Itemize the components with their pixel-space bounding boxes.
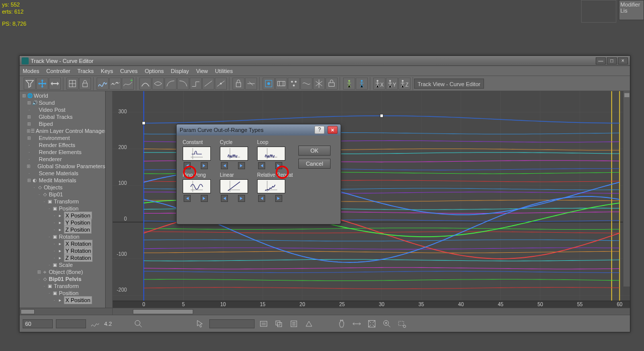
tree-item[interactable]: ·▣Scale [20, 261, 105, 268]
hide-curves-button[interactable] [326, 78, 338, 90]
track-tree[interactable]: ⊞🌐World⊞🔊Sound·Video Post⊞Global Tracks⊞… [20, 91, 105, 305]
tree-item[interactable]: ·Render Elements [20, 149, 105, 156]
menu-display[interactable]: Display [171, 68, 189, 74]
expand-icon[interactable]: ⊞ [27, 120, 32, 127]
add-keys-button[interactable]: + [122, 78, 134, 90]
tree-item[interactable]: ·▸Y Rotation [20, 247, 105, 254]
dialog-help-button[interactable]: ? [314, 126, 325, 134]
tree-item[interactable]: ·◇Bip01 [20, 191, 105, 198]
maximize-button[interactable]: □ [607, 57, 617, 64]
modifier-list-panel[interactable]: Modifier Lis [619, 0, 644, 20]
tree-item[interactable]: ·Video Post [20, 106, 105, 113]
tree-item[interactable]: ·▸X Position [20, 297, 105, 304]
dialog-close-button[interactable]: × [328, 126, 338, 134]
tree-item[interactable]: ⊞Biped [20, 120, 105, 127]
show-tangents-button[interactable] [245, 78, 257, 90]
tree-item[interactable]: ·▸X Rotation [20, 240, 105, 247]
menu-controller[interactable]: Controller [46, 68, 70, 74]
menu-keys[interactable]: Keys [101, 68, 113, 74]
tree-vscrollbar[interactable] [105, 91, 112, 308]
tangent-auto-button[interactable] [139, 78, 151, 90]
biped-select-button[interactable] [343, 78, 355, 90]
ort-preview[interactable] [257, 147, 285, 161]
ort-out-button[interactable] [275, 195, 282, 202]
tree-item[interactable]: ⊞🔊Sound [20, 99, 105, 106]
expand-icon[interactable]: ⊞ [27, 99, 32, 106]
ort-out-button[interactable] [238, 162, 245, 169]
filter-z-button[interactable]: Z [398, 78, 411, 90]
tree-item[interactable]: ·▸Y Position [20, 219, 105, 226]
tree-item[interactable]: ⊞◐Medit Materials [20, 177, 105, 184]
reduce-keys-button[interactable] [109, 78, 121, 90]
expand-icon[interactable]: ⊞ [27, 163, 31, 170]
snap-frames-button[interactable] [66, 78, 78, 90]
tree-item[interactable]: ·◇Bip01 Pelvis [20, 275, 105, 283]
tree-item[interactable]: ⊞☰Anim Layer Control Manager [20, 127, 105, 134]
zoom-region-icon-2[interactable] [396, 318, 408, 330]
x-axis-ruler[interactable]: 051015202530354045505560 [113, 301, 630, 308]
tree-item[interactable]: ⊞⟡Object (Bone) [20, 268, 105, 275]
ort-in-button[interactable] [184, 195, 191, 202]
tree-item[interactable]: ⊞Global Tracks [20, 113, 105, 120]
properties-icon[interactable] [288, 318, 300, 330]
cancel-button[interactable]: Cancel [298, 159, 331, 169]
track-view-pick-icon[interactable] [303, 318, 315, 330]
tree-item[interactable]: ·Render Effects [20, 142, 105, 149]
tree-item[interactable]: ⊞Environment [20, 134, 105, 142]
tree-item[interactable]: ·◇Objects [20, 184, 105, 191]
selection-mode-icon[interactable] [194, 318, 206, 330]
filter-button[interactable] [24, 78, 36, 90]
isolate-curve-button[interactable] [300, 78, 312, 90]
move-keys-button[interactable] [36, 78, 48, 90]
zoom-horiz-icon[interactable] [351, 318, 363, 330]
tree-item[interactable]: ·▣Position [20, 290, 105, 297]
tree-item[interactable]: ·▸X Position [20, 212, 105, 219]
menu-options[interactable]: Options [145, 68, 164, 74]
slide-keys-button[interactable] [49, 78, 61, 90]
ort-out-button[interactable] [238, 195, 245, 202]
ort-preview[interactable] [220, 179, 248, 193]
tangent-smooth-button[interactable] [152, 78, 164, 90]
menu-utilities[interactable]: Utilities [215, 68, 232, 74]
track-view-titlebar[interactable]: Track View - Curve Editor — □ × [20, 56, 630, 66]
frame-field[interactable]: 60 [23, 319, 53, 328]
show-selected-icon[interactable] [258, 318, 270, 330]
filter-x-button[interactable]: X [373, 78, 385, 90]
region-zoom-button[interactable] [275, 78, 287, 90]
graph-hscrollbar[interactable] [113, 308, 630, 315]
tree-item[interactable]: ⊞Global Shadow Parameters [20, 163, 105, 170]
expand-icon[interactable]: ⊞ [37, 268, 42, 275]
menu-view[interactable]: View [196, 68, 208, 74]
toolbar-name-field[interactable]: Track View - Curve Editor [414, 79, 484, 89]
ort-out-button[interactable] [275, 162, 282, 169]
tree-hscrollbar[interactable] [20, 308, 112, 315]
tangent-slow-button[interactable] [177, 78, 189, 90]
tree-item[interactable]: ⊞🌐World [20, 92, 105, 99]
show-keyable-button[interactable] [263, 78, 275, 90]
ort-preview[interactable] [220, 147, 248, 161]
tree-item[interactable]: ·Renderer [20, 156, 105, 163]
expand-icon[interactable]: ⊞ [27, 113, 32, 120]
minimize-button[interactable]: — [596, 57, 606, 64]
selection-dropdown[interactable] [209, 319, 255, 328]
ort-in-button[interactable] [221, 162, 228, 169]
expand-icon[interactable]: ⊞ [27, 127, 31, 134]
tree-item[interactable]: ·▣Transform [20, 198, 105, 205]
ort-preview[interactable] [257, 179, 285, 193]
lock-tangents-button[interactable] [232, 78, 245, 90]
freeze-non-selected-button[interactable] [313, 78, 325, 90]
tree-item[interactable]: ·▸Z Rotation [20, 254, 105, 261]
tangent-custom-button[interactable] [215, 78, 227, 90]
zoom-extents-icon[interactable] [366, 318, 378, 330]
value-field[interactable] [56, 319, 86, 328]
ort-preview[interactable] [183, 147, 211, 161]
menu-modes[interactable]: Modes [23, 68, 39, 74]
ort-out-button[interactable] [201, 195, 208, 202]
tree-item[interactable]: ·▣Transform [20, 283, 105, 290]
ort-in-button[interactable] [221, 195, 228, 202]
ort-out-button[interactable] [201, 162, 208, 169]
draw-curves-button[interactable] [97, 78, 109, 90]
ok-button[interactable]: OK [298, 146, 331, 156]
tangent-fast-button[interactable] [165, 78, 177, 90]
tangent-step-button[interactable] [190, 78, 202, 90]
